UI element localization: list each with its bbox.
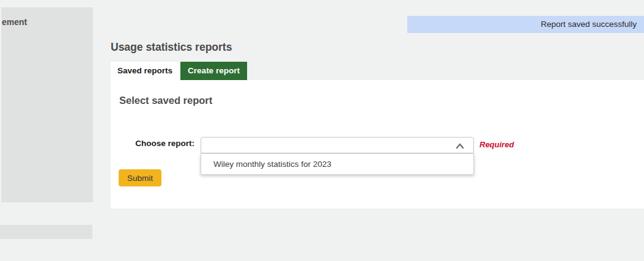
tab-create-report[interactable]: Create report — [180, 62, 247, 80]
page-title: Usage statistics reports — [111, 41, 232, 54]
sidebar-lower-panel — [0, 225, 92, 239]
success-toast: Report saved successfully — [407, 16, 644, 33]
choose-report-label: Choose report: — [119, 139, 194, 148]
screen: ement Report saved successfully Usage st… — [0, 0, 644, 261]
report-combobox[interactable] — [201, 137, 474, 153]
section-heading: Select saved report — [119, 95, 212, 106]
sidebar-partial-label: ement — [2, 17, 27, 27]
required-indicator: Required — [479, 140, 514, 149]
chevron-up-icon[interactable] — [455, 141, 465, 151]
submit-button[interactable]: Submit — [119, 169, 161, 186]
report-combobox-input[interactable] — [205, 139, 450, 152]
tab-saved-reports[interactable]: Saved reports — [111, 62, 179, 80]
sidebar-panel: ement — [1, 7, 93, 202]
dropdown-option-wiley-monthly[interactable]: Wiley monthly statistics for 2023 — [201, 154, 473, 174]
report-dropdown-panel: Wiley monthly statistics for 2023 — [201, 153, 474, 175]
